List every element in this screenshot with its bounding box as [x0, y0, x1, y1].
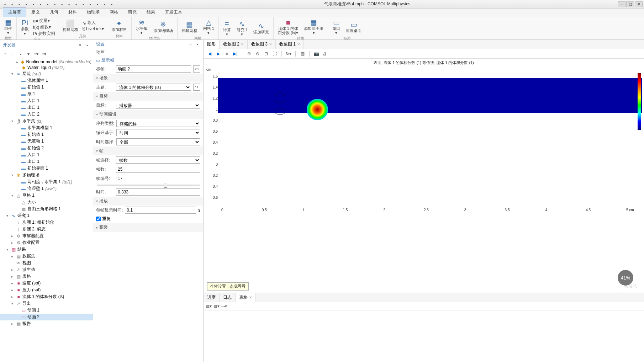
ribbon-item[interactable]: ∿研究 1▾	[235, 19, 249, 37]
ribbon-item[interactable]: ≋水平集▾	[134, 18, 149, 36]
link-icon[interactable]: ▪	[95, 1, 100, 7]
tree-item-15[interactable]: ▬出口 1	[0, 158, 93, 165]
zoom-out-icon[interactable]: ⊖	[254, 50, 261, 57]
tree-item-0[interactable]: ▸◆Nonlinear model(NonlinearModel)	[0, 59, 93, 65]
minimize-button[interactable]: ─	[618, 1, 625, 7]
tree-item-5[interactable]: ▬壁 1	[0, 91, 93, 97]
settings-close-icon[interactable]: ▪	[195, 41, 200, 47]
show-frame-link[interactable]: ▭ 显示帧	[93, 56, 203, 64]
graphics-tab-0[interactable]: 图形	[204, 40, 220, 49]
ribbon-tab-3[interactable]: 材料	[63, 8, 82, 17]
ribbon-item[interactable]: ▭窗口▾	[331, 18, 342, 36]
zoom-icon[interactable]: ▪	[102, 1, 107, 7]
frame-slider[interactable]	[93, 183, 203, 187]
save-icon[interactable]: ▪	[9, 1, 15, 7]
ribbon-tab-8[interactable]: 开发工具	[160, 8, 187, 17]
ribbon-item[interactable]: Pi参数▾	[20, 18, 30, 36]
input-3-1[interactable]	[116, 166, 200, 173]
ribbon-small-item[interactable]: a=变量▾	[33, 18, 55, 24]
graphics-tab-2[interactable]: 收敛图 3✕	[248, 40, 276, 49]
sort-icon[interactable]: ≡▾	[41, 51, 47, 57]
section-header-4[interactable]: ▾播放	[93, 197, 203, 206]
table-plot-icon[interactable]: ↝▾	[221, 303, 227, 309]
tree-item-6[interactable]: ▬入口 1	[0, 97, 93, 104]
tree-item-31[interactable]: ▸∂派生值	[0, 266, 93, 273]
tree-item-19[interactable]: ▬润湿壁 1(ww1)	[0, 185, 93, 192]
ribbon-small-item[interactable]: ⎘LiveLink▾	[83, 26, 104, 31]
input-3-4[interactable]	[116, 188, 200, 196]
tree-item-1[interactable]: ◆Water, liquid(mat2)	[0, 65, 93, 70]
goto-icon[interactable]: ↷	[193, 84, 200, 91]
bottom-tab-1[interactable]: 日志	[220, 293, 236, 302]
select-1-0[interactable]: 播放器	[116, 102, 200, 109]
rotate-icon[interactable]: ↻▾	[285, 50, 292, 57]
expand-icon[interactable]: ▾	[26, 51, 31, 57]
tree-item-37[interactable]: ▭动画 1	[0, 307, 93, 314]
grid-icon[interactable]: ▦	[299, 50, 306, 57]
ribbon-item[interactable]: ▦构建网格	[180, 20, 199, 33]
ribbon-item[interactable]: =计算▾	[222, 19, 232, 37]
tree-item-14[interactable]: ▬入口 1	[0, 151, 93, 158]
ribbon-item[interactable]: ※添加物理场	[152, 20, 174, 33]
ribbon-small-item[interactable]: Pi参数实例	[33, 31, 55, 37]
tree-item-35[interactable]: ▸■流体 1 的体积分数 (ls)	[0, 293, 93, 300]
label-input[interactable]	[116, 65, 191, 73]
section-header-1[interactable]: ▾目标	[93, 92, 203, 101]
redo-icon[interactable]: ▪	[23, 1, 29, 7]
select-2-2[interactable]: 全部	[116, 138, 200, 145]
print-icon[interactable]: 🖨	[322, 50, 328, 57]
tree-item-23[interactable]: ▾∿研究 1	[0, 212, 93, 219]
tree-item-7[interactable]: ▬出口 1	[0, 104, 93, 111]
close-button[interactable]: ✕	[635, 1, 643, 7]
delete-icon[interactable]: ▪	[88, 1, 93, 7]
tree-item-22[interactable]: ▦自由三角形网格 1	[0, 206, 93, 212]
next-frame-icon[interactable]: ▶|	[232, 50, 238, 57]
tree-item-25[interactable]: ↕步骤 2: 瞬态	[0, 226, 93, 233]
cut-icon[interactable]: ▪	[73, 1, 79, 7]
ribbon-small-item[interactable]: ↘导入	[83, 20, 104, 26]
tree-item-33[interactable]: ▸■速度 (spf)	[0, 280, 93, 287]
settings-menu-icon[interactable]: ⋯	[188, 41, 193, 47]
collapse-icon[interactable]: ▪	[18, 51, 23, 57]
file-icon[interactable]: ▪	[2, 1, 8, 7]
tree-item-9[interactable]: ▾∬水平集(ls)	[0, 118, 93, 124]
tree-item-39[interactable]: ▸▦报告	[0, 320, 93, 327]
tree-item-36[interactable]: ▾↗导出	[0, 300, 93, 307]
label-edit-icon[interactable]: ▭	[193, 65, 200, 73]
ribbon-item[interactable]: ✦添加材料	[110, 19, 128, 32]
ribbon-item[interactable]: ∿添加研究	[252, 21, 270, 35]
ribbon-tab-1[interactable]: 定义	[26, 8, 45, 17]
tree-item-32[interactable]: ▸▦表格	[0, 273, 93, 280]
ribbon-tab-7[interactable]: 结果	[142, 8, 160, 17]
select-0-0[interactable]: 流体 1 的体积分数 (ls)	[116, 84, 191, 91]
select-3-0[interactable]: 帧数	[116, 156, 200, 164]
tree-item-34[interactable]: ▸■压力 (spf)	[0, 287, 93, 293]
ribbon-item[interactable]: ▦添加绘图组▾	[302, 18, 325, 36]
tree-item-18[interactable]: ▬两相流，水平集 1(tpf1)	[0, 179, 93, 185]
filter-icon[interactable]: ≡▾	[33, 51, 39, 57]
refresh-icon[interactable]: ▪	[52, 1, 58, 7]
ribbon-item[interactable]: ■流体 1 的体积分数 (ls)▾	[276, 18, 300, 36]
ribbon-tab-0[interactable]: 主屏幕	[3, 7, 26, 17]
panel-close-icon[interactable]: ▪	[84, 42, 90, 48]
zoom-box-icon[interactable]: ⊡	[263, 50, 269, 57]
bottom-tab-2[interactable]: 表格✕	[236, 293, 256, 302]
tooltip[interactable]: 个性设置，点我看看	[207, 282, 249, 291]
tree-item-20[interactable]: ▾△网格 1	[0, 192, 93, 199]
table-color-icon[interactable]: ▦▾	[213, 303, 219, 309]
tree-item-4[interactable]: ▬初始值 1	[0, 84, 93, 91]
ribbon-tab-5[interactable]: 网格	[105, 8, 123, 17]
tree-item-16[interactable]: ▬初始界面 1	[0, 165, 93, 172]
zoom-in-icon[interactable]: ⊕	[246, 50, 252, 57]
ribbon-tab-6[interactable]: 研究	[123, 8, 142, 17]
back-icon[interactable]: ▪	[38, 1, 43, 7]
play-icon[interactable]: ▪	[31, 1, 36, 7]
select-2-1[interactable]: 时间	[116, 129, 200, 136]
tree-item-21[interactable]: △大小	[0, 199, 93, 206]
tree-item-11[interactable]: ▬初始值 1	[0, 131, 93, 138]
graphics-tab-1[interactable]: 收敛图 2✕	[220, 40, 248, 49]
graphics-tab-3[interactable]: 收敛图 1✕	[276, 40, 304, 49]
grid-icon[interactable]: ▪	[80, 1, 86, 7]
table-view-icon[interactable]: ▦▾	[206, 303, 211, 309]
section-header-5[interactable]: ▸高级	[93, 223, 203, 232]
